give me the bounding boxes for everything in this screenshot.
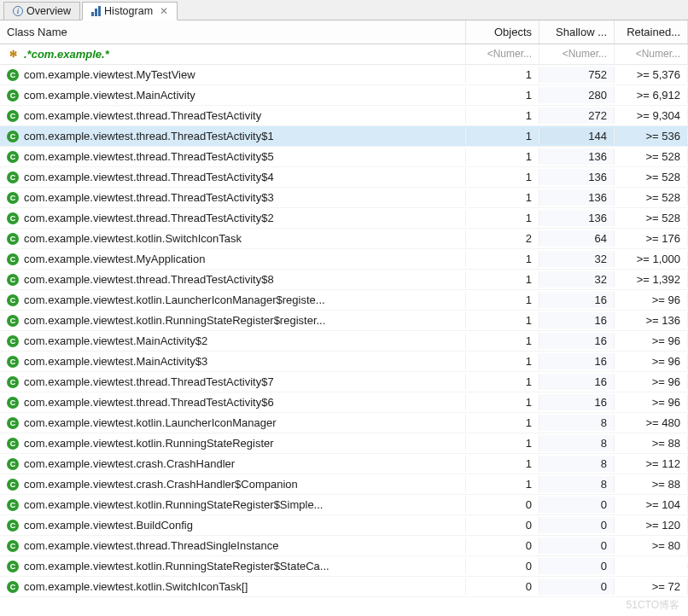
table-row[interactable]: Ccom.example.viewtest.kotlin.SwitchIconT… xyxy=(0,229,688,249)
header-objects[interactable]: Objects xyxy=(466,20,539,44)
objects-cell: 0 xyxy=(466,538,539,554)
objects-cell: 1 xyxy=(466,312,539,328)
table-row[interactable]: Ccom.example.viewtest.MainActivity$2116>… xyxy=(0,331,688,352)
shallow-cell: 0 xyxy=(539,538,615,554)
retained-cell: >= 72 xyxy=(615,578,688,595)
header-retained[interactable]: Retained... xyxy=(615,20,688,44)
table-row[interactable]: Ccom.example.viewtest.thread.ThreadTestA… xyxy=(0,208,688,229)
class-name-text: com.example.viewtest.MainActivity$3 xyxy=(24,355,207,368)
header-shallow[interactable]: Shallow ... xyxy=(539,20,615,44)
class-name-text: com.example.viewtest.kotlin.LauncherIcon… xyxy=(24,293,325,306)
shallow-cell: 136 xyxy=(539,189,615,206)
table-row[interactable]: Ccom.example.viewtest.thread.ThreadTestA… xyxy=(0,167,688,188)
shallow-cell: 16 xyxy=(539,292,615,308)
table-row[interactable]: Ccom.example.viewtest.kotlin.RunningStat… xyxy=(0,311,688,331)
table-row[interactable]: Ccom.example.viewtest.crash.CrashHandler… xyxy=(0,454,688,474)
tab-bar: i Overview Histogram ✕ xyxy=(0,0,688,20)
table-row[interactable]: Ccom.example.viewtest.kotlin.SwitchIconT… xyxy=(0,577,688,597)
objects-cell: 0 xyxy=(466,517,539,533)
class-icon: C xyxy=(7,540,19,552)
table-row[interactable]: Ccom.example.viewtest.kotlin.RunningStat… xyxy=(0,495,688,515)
table-row[interactable]: Ccom.example.viewtest.MainActivity$3116>… xyxy=(0,352,688,372)
table-row[interactable]: Ccom.example.viewtest.kotlin.LauncherIco… xyxy=(0,290,688,311)
class-icon: C xyxy=(7,69,19,81)
retained-cell: >= 104 xyxy=(615,497,688,513)
objects-cell: 1 xyxy=(466,292,539,308)
objects-cell: 1 xyxy=(466,148,539,165)
objects-cell: 1 xyxy=(466,374,539,390)
class-icon: C xyxy=(7,171,19,183)
filter-row: ✻ .*com.example.* <Numer... <Numer... <N… xyxy=(0,44,688,65)
class-icon: C xyxy=(7,274,19,286)
objects-cell: 1 xyxy=(466,271,539,288)
filter-query: .*com.example.* xyxy=(24,48,109,61)
filter-retained[interactable]: <Numer... xyxy=(615,44,688,64)
retained-cell: >= 528 xyxy=(615,148,688,165)
tab-overview[interactable]: i Overview xyxy=(3,2,80,20)
table-row[interactable]: Ccom.example.viewtest.kotlin.LauncherIco… xyxy=(0,413,688,433)
table-row[interactable]: Ccom.example.viewtest.thread.ThreadTestA… xyxy=(0,270,688,290)
class-name-text: com.example.viewtest.kotlin.LauncherIcon… xyxy=(24,416,277,429)
table-row[interactable]: Ccom.example.viewtest.thread.ThreadTestA… xyxy=(0,106,688,126)
shallow-cell: 136 xyxy=(539,169,615,185)
shallow-cell: 136 xyxy=(539,210,615,226)
objects-cell: 1 xyxy=(466,67,539,83)
objects-cell: 1 xyxy=(466,128,539,144)
class-name-text: com.example.viewtest.thread.ThreadTestAc… xyxy=(24,109,261,122)
filter-objects[interactable]: <Numer... xyxy=(466,44,539,64)
retained-cell: >= 120 xyxy=(615,517,688,533)
class-icon: C xyxy=(7,212,19,224)
retained-cell: >= 176 xyxy=(615,230,688,247)
header-class-name[interactable]: Class Name xyxy=(0,20,466,44)
table-row[interactable]: Ccom.example.viewtest.kotlin.RunningStat… xyxy=(0,433,688,454)
table-row[interactable]: Ccom.example.viewtest.MyApplication132>=… xyxy=(0,249,688,270)
shallow-cell: 16 xyxy=(539,333,615,349)
filter-cell[interactable]: ✻ .*com.example.* xyxy=(0,44,466,64)
class-icon: C xyxy=(7,479,19,491)
class-icon: C xyxy=(7,192,19,204)
tab-histogram[interactable]: Histogram ✕ xyxy=(82,2,178,20)
table-row[interactable]: Ccom.example.viewtest.MyTestView1752>= 5… xyxy=(0,65,688,85)
retained-cell: >= 1,000 xyxy=(615,251,688,267)
table-row[interactable]: Ccom.example.viewtest.thread.ThreadSingl… xyxy=(0,536,688,556)
shallow-cell: 16 xyxy=(539,353,615,369)
objects-cell: 1 xyxy=(466,476,539,492)
retained-cell: >= 96 xyxy=(615,292,688,308)
retained-cell: >= 528 xyxy=(615,169,688,185)
table-row[interactable]: Ccom.example.viewtest.thread.ThreadTestA… xyxy=(0,392,688,413)
table-row[interactable]: Ccom.example.viewtest.thread.ThreadTestA… xyxy=(0,147,688,167)
table-row[interactable]: Ccom.example.viewtest.crash.CrashHandler… xyxy=(0,474,688,495)
table-row[interactable]: Ccom.example.viewtest.kotlin.RunningStat… xyxy=(0,556,688,577)
objects-cell: 1 xyxy=(466,333,539,349)
objects-cell: 1 xyxy=(466,435,539,451)
class-icon: C xyxy=(7,110,19,122)
close-icon[interactable]: ✕ xyxy=(160,5,168,17)
objects-cell: 1 xyxy=(466,189,539,206)
objects-cell: 1 xyxy=(466,87,539,103)
table-row[interactable]: Ccom.example.viewtest.MainActivity1280>=… xyxy=(0,85,688,106)
retained-cell: >= 96 xyxy=(615,374,688,390)
class-name-text: com.example.viewtest.thread.ThreadTestAc… xyxy=(24,130,274,142)
class-name-text: com.example.viewtest.kotlin.RunningState… xyxy=(24,314,325,327)
shallow-cell: 8 xyxy=(539,476,615,492)
table-row[interactable]: Ccom.example.viewtest.BuildConfig00>= 12… xyxy=(0,515,688,536)
class-icon: C xyxy=(7,561,19,572)
class-name-text: com.example.viewtest.crash.CrashHandler xyxy=(24,457,235,470)
class-icon: C xyxy=(7,499,19,511)
retained-cell: >= 480 xyxy=(615,415,688,431)
table-row[interactable]: Ccom.example.viewtest.thread.ThreadTestA… xyxy=(0,188,688,208)
objects-cell: 1 xyxy=(466,415,539,431)
table-row[interactable]: Ccom.example.viewtest.thread.ThreadTestA… xyxy=(0,372,688,392)
shallow-cell: 272 xyxy=(539,108,615,124)
filter-shallow[interactable]: <Numer... xyxy=(539,44,615,64)
retained-cell: >= 96 xyxy=(615,394,688,410)
table-row[interactable]: Ccom.example.viewtest.thread.ThreadTestA… xyxy=(0,126,688,147)
class-icon: C xyxy=(7,253,19,265)
class-icon: C xyxy=(7,417,19,429)
objects-cell: 0 xyxy=(466,497,539,513)
retained-cell: >= 6,912 xyxy=(615,87,688,103)
regex-icon: ✻ xyxy=(7,49,19,61)
class-name-text: com.example.viewtest.thread.ThreadTestAc… xyxy=(24,273,274,286)
class-name-text: com.example.viewtest.thread.ThreadTestAc… xyxy=(24,396,274,409)
class-name-text: com.example.viewtest.MainActivity xyxy=(24,89,195,102)
